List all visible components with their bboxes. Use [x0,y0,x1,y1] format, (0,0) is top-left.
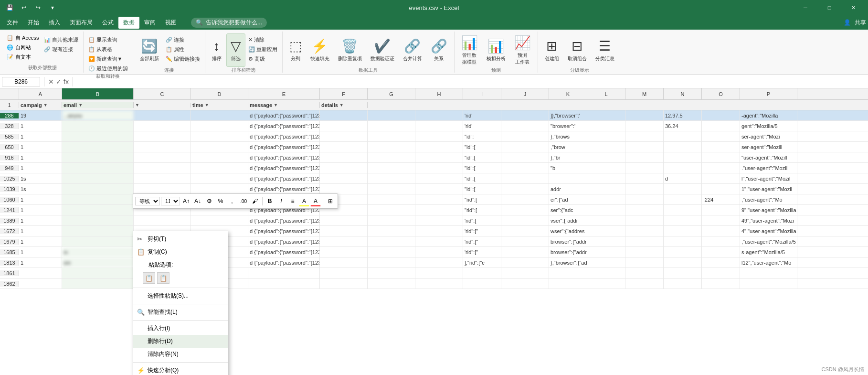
cell[interactable] [62,142,134,152]
cell[interactable]: "id":[ [463,152,501,162]
cell[interactable] [702,279,740,289]
cell[interactable]: l","user-agent":"Mozil [740,173,797,183]
cell[interactable] [625,163,664,173]
confirm-icon[interactable]: ✓ [56,78,62,86]
cell[interactable] [625,173,664,183]
cell[interactable] [587,279,625,289]
cell[interactable]: 1 [19,121,62,131]
format-more-button[interactable]: ⚙ [204,196,214,206]
cell[interactable] [587,215,625,225]
cell[interactable] [62,215,134,225]
cell[interactable]: s-agent":"Mozilla/5 [740,247,797,257]
cell[interactable] [191,142,248,152]
cell[interactable]: ser-agent":"Mozi [740,131,797,141]
cell[interactable]: d {"payload":{"password":"[123456"],"pho… [248,152,320,162]
header-time[interactable]: time▼ [191,102,248,108]
cell[interactable] [368,184,415,194]
cell[interactable] [62,236,134,246]
cell[interactable] [134,184,191,194]
menu-page-layout[interactable]: 页面布局 [65,17,97,29]
header-email[interactable]: email▼ [62,102,134,108]
table-row[interactable]: 1862 [0,279,868,289]
cell[interactable] [664,194,702,204]
cell[interactable] [191,110,248,120]
cell[interactable] [625,142,664,152]
cell[interactable] [415,236,463,246]
cell[interactable] [501,268,549,278]
cell[interactable] [702,257,740,268]
cancel-icon[interactable]: ✕ [48,78,54,86]
cell[interactable] [625,110,664,120]
cell[interactable]: 19 [19,110,62,120]
col-header-l[interactable]: L [587,88,625,99]
cell[interactable] [501,247,549,257]
cell[interactable] [501,257,549,268]
cell[interactable]: ser":{"adc [549,205,587,215]
header-message[interactable]: message▼ [248,102,320,108]
col-header-e[interactable]: E [248,88,320,99]
table-row[interactable]: 5851d {"payload":{"password":"[123456"],… [0,131,868,142]
cell[interactable]: 36.24 [664,121,702,131]
reapply-button[interactable]: 🔄重新应用 [246,45,279,54]
cell[interactable]: l12","user-agent":"Mo [740,257,797,268]
forecast-sheet-button[interactable]: 📈 预测工作表 [510,33,535,67]
cell[interactable]: 1 [19,152,62,162]
cell[interactable] [19,279,62,289]
cell[interactable] [587,226,625,236]
ctx-copy[interactable]: 📋 复制(C) [133,246,228,258]
cell[interactable]: 4","user-agent":"Mozilla [740,226,797,236]
cell[interactable]: d {"payload":{"password":"[123456"],"pho… [248,110,320,120]
cell[interactable] [368,173,415,183]
cell[interactable] [415,268,463,278]
cell[interactable] [702,268,740,278]
cell[interactable]: 1 [19,205,62,215]
cell[interactable]: },"br [549,152,587,162]
cell[interactable]: browser":{"addre [549,236,587,246]
cell[interactable] [463,268,501,278]
border-button[interactable]: ⊞ [325,196,336,206]
cell[interactable] [702,110,740,120]
cell[interactable]: d {"payload":{"password":"[123456"],"pho… [248,121,320,131]
cell[interactable] [320,215,368,225]
cell[interactable]: d {"payload":{"password":"[123456"],"pho… [248,142,320,152]
cell[interactable]: 'rid":[" [463,236,501,246]
menu-review[interactable]: 审阅 [139,17,160,29]
cell[interactable] [415,184,463,194]
cell[interactable]: 1 [19,236,62,246]
show-queries-button[interactable]: 📋显示查询 [86,35,130,44]
cell[interactable] [62,173,134,183]
cell[interactable] [702,205,740,215]
cell[interactable] [368,215,415,225]
italic-button[interactable]: I [276,196,286,206]
cell[interactable] [702,226,740,236]
close-button[interactable]: ✕ [842,0,864,15]
cell[interactable] [625,215,664,225]
cell[interactable] [664,226,702,236]
flash-fill-button[interactable]: ⚡ 快速填充 [307,33,333,67]
cell[interactable] [62,184,134,194]
cell[interactable] [501,131,549,141]
cell[interactable] [62,205,134,215]
cell[interactable]: ."user-agent":"Mozil [740,163,797,173]
ctx-paste-special[interactable]: 选择性粘贴(S)... [133,289,228,302]
table-row[interactable]: 16721d {"payload":{"password":"[123456"]… [0,226,868,236]
cell[interactable]: 1 [19,131,62,141]
advanced-button[interactable]: ⚙高级 [246,54,279,64]
cell[interactable] [191,173,248,183]
cell[interactable] [501,205,549,215]
ctx-insert-row[interactable]: 插入行(I) [133,322,228,335]
col-header-g[interactable]: G [368,88,415,99]
cell[interactable]: "id":[ [463,163,501,173]
cell[interactable] [368,279,415,289]
cell[interactable] [368,236,415,246]
cell[interactable] [501,110,549,120]
cell[interactable] [587,131,625,141]
cell[interactable] [134,142,191,152]
cell[interactable]: 'rid' [463,121,501,131]
undo-button[interactable]: ↩ [18,2,30,13]
cell[interactable] [587,121,625,131]
table-row[interactable]: 10391sd {"payload":{"password":"[123456"… [0,184,868,194]
cell[interactable] [664,152,702,162]
cell[interactable]: "id":[ [463,173,501,183]
cell[interactable] [368,268,415,278]
